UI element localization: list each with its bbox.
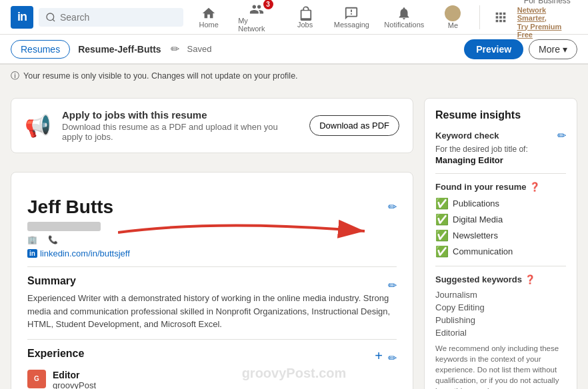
experience-header-row: Experience + ✏: [27, 348, 397, 364]
for-business-link[interactable]: For Business Network Smarter, Try Premiu…: [517, 0, 577, 39]
megaphone-icon: 📢: [25, 113, 51, 139]
job-title: Editor: [53, 370, 147, 380]
keyword-label-newsletters: Newsletters: [453, 230, 498, 240]
disclaimer-text: We recommend only including these keywor…: [435, 343, 566, 389]
nav-item-notifications[interactable]: Notifications: [378, 3, 430, 31]
jobs-icon: [298, 6, 313, 21]
apply-card-title: Apply to jobs with this resume: [62, 109, 299, 121]
linkedin-link[interactable]: in linkedin.com/in/buttsjeff: [27, 248, 397, 258]
nav-icons: Home My Network 3 Jobs Messaging Notific…: [189, 0, 577, 39]
top-navigation: in Home My Network 3 Jobs Messaging Noti…: [0, 0, 588, 35]
keyword-digital-media: ✅ Digital Media: [435, 213, 566, 226]
found-keywords-list: ✅ Publications ✅ Digital Media ✅ Newslet…: [435, 197, 566, 258]
desired-job-title: Managing Editor: [435, 155, 566, 165]
add-experience-icon[interactable]: +: [375, 348, 383, 364]
keyword-label-digital-media: Digital Media: [453, 214, 503, 224]
nav-item-grid[interactable]: [487, 7, 514, 27]
resume-name: Resume-Jeff-Butts: [78, 44, 161, 55]
name-row: Jeff Butts ✏: [27, 196, 397, 218]
insights-card: Resume insights Keyword check ✏ For the …: [424, 98, 577, 389]
edit-name-icon[interactable]: ✏: [388, 200, 397, 213]
linkedin-logo[interactable]: in: [11, 6, 33, 29]
svg-point-0: [47, 13, 54, 21]
suggested-keywords-label: Suggested keywords: [435, 274, 522, 284]
network-icon: [249, 2, 264, 17]
edit-resume-name-icon[interactable]: ✏: [171, 43, 179, 55]
apply-card-text: Apply to jobs with this resume Download …: [62, 109, 299, 142]
edit-summary-icon[interactable]: ✏: [388, 279, 397, 292]
check-icon-publications: ✅: [435, 197, 449, 210]
apply-card-subtitle: Download this resume as a PDF and upload…: [62, 122, 299, 142]
linkedin-url: linkedin.com/in/buttsjeff: [40, 248, 130, 258]
suggested-editorial: Editorial: [435, 328, 566, 338]
notifications-icon: [397, 6, 411, 21]
nav-item-network[interactable]: My Network 3: [231, 0, 282, 35]
desired-job-prefix: For the desired job title of:: [435, 145, 566, 154]
nav-item-me[interactable]: Me: [433, 3, 473, 32]
messaging-icon: [344, 6, 359, 21]
suggested-publishing: Publishing: [435, 315, 566, 325]
preview-button[interactable]: Preview: [464, 39, 523, 59]
linkedin-icon: in: [27, 249, 37, 258]
chevron-down-icon: ▾: [563, 44, 567, 55]
logo-text: in: [17, 10, 27, 24]
notifications-label: Notifications: [384, 21, 424, 29]
suggested-copy-editing: Copy Editing: [435, 302, 566, 312]
home-icon: [201, 6, 216, 21]
network-smarter-label: Network Smarter,: [517, 6, 577, 22]
keyword-check-label: Keyword check: [435, 131, 499, 141]
summary-text: Experienced Writer with a demonstrated h…: [27, 292, 397, 331]
resume-name-heading: Jeff Butts: [27, 196, 113, 218]
keyword-label-publications: Publications: [453, 198, 499, 208]
check-icon-communication: ✅: [435, 245, 449, 258]
search-input[interactable]: [60, 12, 167, 23]
grid-icon: [493, 10, 508, 25]
keyword-publications: ✅ Publications: [435, 197, 566, 210]
suggested-journalism: Journalism: [435, 290, 566, 300]
suggested-help-icon[interactable]: ❓: [525, 274, 535, 284]
me-label: Me: [448, 21, 458, 29]
edit-keyword-icon[interactable]: ✏: [557, 129, 566, 142]
info-banner: ⓘ Your resume is only visible to you. Ch…: [0, 64, 588, 87]
suggested-keywords-list: Journalism Copy Editing Publishing Edito…: [435, 290, 566, 338]
main-content: 📢 Apply to jobs with this resume Downloa…: [0, 87, 588, 389]
tab-bar-actions: Preview More ▾: [464, 39, 577, 59]
company-logo: G: [27, 370, 46, 388]
keyword-newsletters: ✅ Newsletters: [435, 229, 566, 242]
building-icon: 🏢: [27, 235, 37, 244]
company-name: groovyPost: [53, 380, 147, 390]
apply-card: 📢 Apply to jobs with this resume Downloa…: [11, 98, 413, 153]
download-pdf-button[interactable]: Download as PDF: [309, 115, 399, 136]
resume-panel: Jeff Butts ✏ 🏢 📞 in linkedin.com/in/butt…: [11, 172, 413, 389]
check-icon-digital-media: ✅: [435, 213, 449, 226]
resumes-tab[interactable]: Resumes: [11, 40, 70, 59]
search-bar[interactable]: [39, 8, 183, 27]
found-help-icon[interactable]: ❓: [529, 182, 540, 192]
edit-experience-icon[interactable]: ✏: [388, 352, 397, 364]
more-label: More: [539, 44, 560, 55]
avatar: [445, 5, 461, 21]
home-label: Home: [199, 21, 219, 29]
experience-item: G Editor groovyPost Oct 2023 – Present (…: [27, 370, 397, 390]
summary-header-row: Summary ✏: [27, 275, 397, 292]
phone-icon: 📞: [48, 235, 58, 244]
jobs-label: Jobs: [297, 21, 313, 29]
nav-item-home[interactable]: Home: [189, 3, 229, 31]
saved-label: Saved: [187, 44, 212, 54]
nav-divider: [479, 5, 480, 29]
found-keywords-label: Found in your resume: [435, 182, 527, 192]
search-icon: [45, 12, 56, 23]
for-business-label: For Business: [524, 0, 571, 5]
try-premium-label: Try Premium Free: [517, 23, 577, 39]
nav-item-jobs[interactable]: Jobs: [285, 3, 325, 31]
redacted-info: [27, 222, 101, 231]
messaging-label: Messaging: [334, 21, 369, 29]
insights-title: Resume insights: [435, 109, 566, 121]
check-icon-newsletters: ✅: [435, 229, 449, 242]
network-badge: 3: [263, 0, 273, 9]
summary-section: Summary ✏ Experienced Writer with a demo…: [27, 275, 397, 331]
nav-item-messaging[interactable]: Messaging: [328, 3, 376, 31]
summary-heading: Summary: [27, 275, 76, 287]
more-button[interactable]: More ▾: [529, 39, 577, 59]
keyword-label-communication: Communication: [453, 246, 513, 256]
